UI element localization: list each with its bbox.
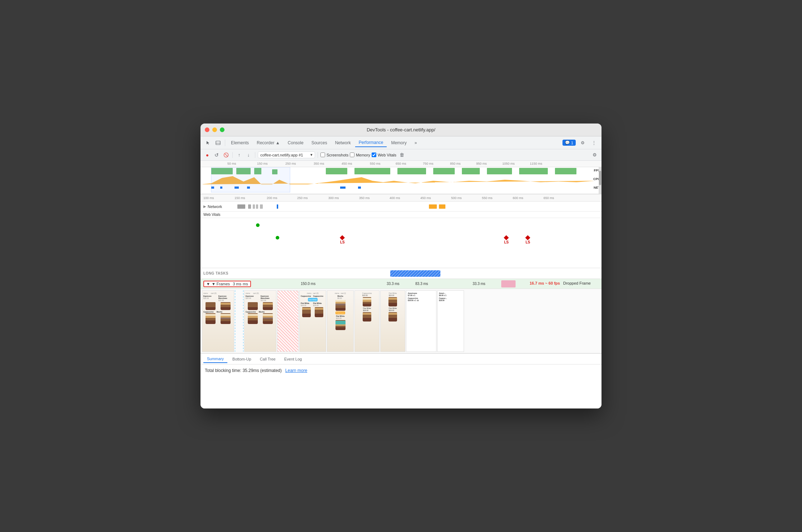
bottom-panel: Summary Bottom-Up Call Tree Event Log To… [200,353,602,377]
reload-button[interactable]: ↺ [213,151,221,159]
web-vitals-row: Web Vitals [200,212,602,218]
tab-memory[interactable]: Memory [387,139,410,147]
svg-rect-10 [462,168,480,174]
d-tick-650: 650 ms [543,196,554,200]
settings-icon[interactable]: ⚙ [578,138,587,147]
tab-bottom-up[interactable]: Bottom-Up [229,356,255,363]
green-dot-1 [256,223,260,227]
minimize-button[interactable] [212,127,217,132]
d-tick-500: 500 ms [451,196,462,200]
frames-section: ▼ ▼ Frames 3 ms ms 150.0 ms 33.3 ms 83.3… [200,279,602,289]
memory-label: Memory [356,153,370,157]
tab-network[interactable]: Network [332,139,354,147]
chat-button[interactable]: 💬 1 [562,140,576,146]
screenshots-strip: menu cart (0) Espresso$10.00 Espresso Ma… [200,289,602,353]
tab-console[interactable]: Console [284,139,307,147]
overview-scrollbar[interactable] [599,167,602,194]
net-req-7 [429,204,437,209]
tab-sources[interactable]: Sources [308,139,331,147]
toolbar-settings-button[interactable]: ⚙ [591,151,599,159]
screenshot-5[interactable]: Cappuccino$19.00 Flat White$18.00 [354,290,380,352]
net-req-3 [253,204,255,209]
net-req-8 [439,204,445,209]
learn-more-link[interactable]: Learn more [285,368,307,373]
net-req-6 [277,204,278,209]
tab-performance[interactable]: Performance [355,139,387,147]
ls-diamond-3 [525,235,530,240]
screenshots-label: Screenshots [327,153,348,157]
svg-rect-20 [211,167,290,192]
svg-rect-7 [354,168,390,174]
network-expand-icon[interactable]: ▶ [203,204,206,208]
toolbar-sep-2 [255,152,255,158]
chat-badge: 1 [571,141,573,145]
screenshot-4[interactable]: menu cart (I) Mocha$9.00 Americano Flat … [327,290,354,352]
d-tick-350: 350 ms [359,196,370,200]
web-vitals-checkbox[interactable] [372,153,376,157]
fps-cpu-chart: FPS CPU NET [200,167,602,194]
url-text: coffee-cart.netlify.app #1 [260,153,303,157]
ruler-tick-750: 750 ms [423,162,434,165]
dock-icon[interactable] [213,138,223,147]
screenshot-loading[interactable] [277,290,299,352]
maximize-button[interactable] [220,127,224,132]
toolbar-sep-3 [318,152,318,158]
screenshots-checkbox-label[interactable]: Screenshots [320,153,348,157]
screenshot-1[interactable]: menu cart (0) Espresso$10.00 Espresso Ma… [202,290,234,352]
record-button[interactable]: ● [203,151,211,159]
net-req-4 [256,204,258,209]
svg-rect-6 [326,168,347,174]
web-vitals-checkbox-label[interactable]: Web Vitals [372,153,396,157]
clear-button[interactable]: 🚫 [222,151,230,159]
tab-call-tree[interactable]: Call Tree [256,356,279,363]
tab-bar: Elements Recorder ▲ Console Sources Netw… [200,136,602,149]
screenshot-cart[interactable]: Americano$7.00 x 1 Cappuccino$19.00 x 1 … [406,290,436,352]
cursor-icon[interactable] [203,138,213,147]
thumb-inner-5: Cappuccino$19.00 Flat White$18.00 [355,291,379,352]
memory-checkbox-label[interactable]: Memory [350,153,370,157]
screenshot-2[interactable]: menu cart (0) Espresso$10.00 Espresso Ma… [244,290,276,352]
network-section-label[interactable]: ▶ Network [203,204,236,209]
svg-rect-12 [519,168,548,174]
long-tasks-label: LONG TASKS [203,271,228,275]
net-req-5 [260,204,263,209]
tab-recorder[interactable]: Recorder ▲ [253,139,284,147]
screenshots-checkbox[interactable] [320,153,325,157]
tab-summary[interactable]: Summary [203,355,227,363]
screenshot-6[interactable]: Flat White$18.00 Flat White$18.00 [380,290,405,352]
dropped-fps-text: 16.7 ms ~ 60 fps [530,281,560,285]
ruler-tick-950: 950 ms [476,162,487,165]
trash-button[interactable]: 🗑 [398,151,406,159]
tab-more[interactable]: » [411,139,421,147]
ruler-tick-150: 150 ms [257,162,268,165]
screenshot-cart2[interactable]: Ameri...$9.00 x 1 Cappuc...$19.00 [437,290,464,352]
ls-text-1: LS [340,240,345,244]
menu-icon[interactable]: ⋮ [589,138,599,147]
memory-checkbox[interactable] [350,153,354,157]
overview-scroll-thumb[interactable] [599,171,601,185]
frames-ms: 3 ms [233,282,241,286]
dropped-label: Dropped Frame [563,281,591,285]
ls-text-3: LS [526,240,530,244]
green-dot-2 [276,236,279,240]
url-dropdown-icon: ▾ [310,153,313,157]
ruler-tick-350: 350 ms [314,162,324,165]
overview-ruler: 50 ms 150 ms 250 ms 350 ms 450 ms 550 ms… [200,161,602,167]
thumb-inner-1: menu cart (0) Espresso$10.00 Espresso Ma… [202,291,234,352]
upload-button[interactable]: ↑ [235,151,243,159]
d-tick-250: 250 ms [297,196,308,200]
frame-time-3: 83.3 ms [415,282,428,286]
tab-elements[interactable]: Elements [227,139,252,147]
download-button[interactable]: ↓ [245,151,252,159]
ruler-tick-850: 850 ms [450,162,461,165]
ruler-tick-1150: 1150 ms [530,162,542,165]
close-button[interactable] [205,127,209,132]
url-selector[interactable]: coffee-cart.netlify.app #1 ▾ [258,151,315,158]
long-task-stripe [390,270,440,277]
performance-toolbar: ● ↺ 🚫 ↑ ↓ coffee-cart.netlify.app #1 ▾ S… [200,149,602,161]
frames-label[interactable]: ▼ ▼ Frames 3 ms ms [203,281,251,287]
vitals-area [220,212,599,218]
screenshot-3[interactable]: menu cart (0) Cappuccino Cappuccino Flat… [299,290,326,352]
d-tick-550: 550 ms [482,196,493,200]
tab-event-log[interactable]: Event Log [281,356,306,363]
